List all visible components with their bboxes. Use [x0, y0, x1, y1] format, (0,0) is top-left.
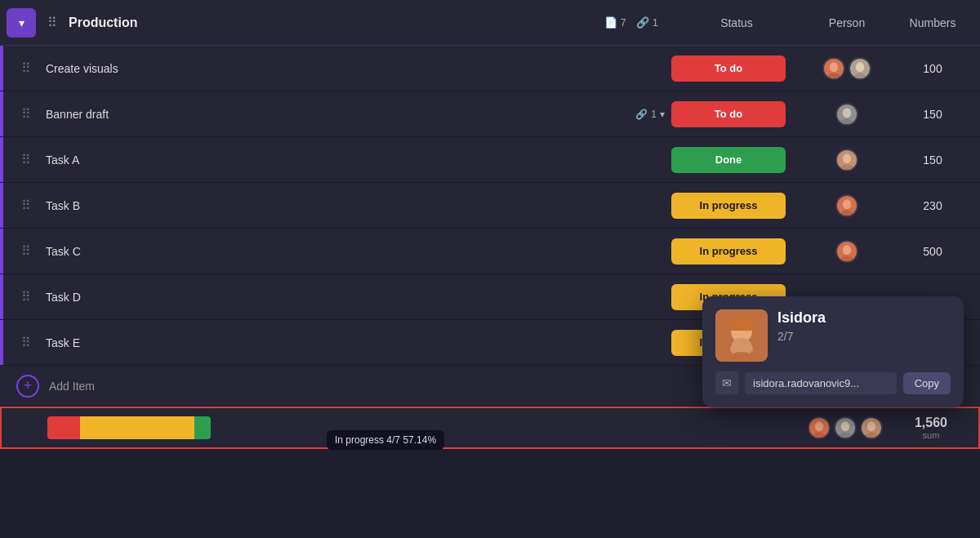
status-cell: To do [671, 56, 802, 82]
svg-point-25 [867, 421, 875, 431]
col-header-status: Status [671, 16, 802, 29]
progress-segment-red [47, 416, 80, 439]
status-badge[interactable]: Done [671, 147, 786, 173]
avatar[interactable] [808, 416, 831, 439]
tooltip-header: Isidora 2/7 [715, 309, 951, 362]
avatar[interactable] [834, 416, 857, 439]
person-cell [802, 149, 892, 171]
avatar[interactable] [849, 57, 871, 80]
person-cell [802, 240, 892, 263]
header-row: ▾ ⠿ Production 📄 7 🔗 1 Status Person Num… [0, 0, 980, 46]
row-accent [0, 274, 3, 319]
svg-point-13 [843, 199, 851, 209]
task-name: Task E [36, 336, 671, 349]
status-cell: Done [671, 147, 802, 173]
task-name: Task C [36, 245, 671, 258]
avatar[interactable] [835, 240, 858, 263]
row-accent [0, 229, 3, 273]
tooltip-avatar-image [715, 309, 768, 362]
col-header-numbers: Numbers [892, 16, 973, 29]
summary-total-cell: 1,560 sum [890, 416, 972, 440]
drag-handle[interactable]: ⠿ [16, 152, 36, 167]
task-name: Task B [36, 199, 671, 212]
row-accent [0, 183, 3, 228]
status-cell: In progress [671, 193, 802, 219]
row-accent [0, 46, 3, 91]
summary-total: 1,560 [890, 416, 972, 430]
svg-point-10 [843, 153, 851, 163]
task-name: Create visuals [36, 62, 671, 75]
task-name: Task D [36, 291, 671, 304]
copy-button[interactable]: Copy [903, 372, 951, 394]
table-row: ⠿ Create visuals To do 100 [0, 46, 980, 91]
status-badge[interactable]: To do [671, 101, 786, 127]
tooltip-avatar [715, 309, 768, 362]
avatar[interactable] [860, 416, 883, 439]
svg-point-16 [843, 245, 851, 255]
group-title: Production [62, 16, 604, 30]
drag-handle[interactable]: ⠿ [42, 15, 62, 30]
number-cell: 230 [892, 199, 973, 212]
subtask-indicator[interactable]: 🔗1▾ [635, 109, 665, 120]
tooltip-name: Isidora [777, 309, 826, 327]
drag-handle[interactable]: ⠿ [16, 60, 36, 76]
table-row: ⠿ Task B In progress 230 [0, 183, 980, 229]
tooltip-email-row: ✉ isidora.radovanovic9... Copy [715, 371, 951, 394]
person-cell [802, 194, 892, 217]
drag-handle[interactable]: ⠿ [16, 198, 36, 213]
header-meta: 📄 7 🔗 1 [604, 16, 658, 29]
drag-handle[interactable]: ⠿ [16, 106, 36, 122]
progress-segment-green [194, 416, 211, 439]
svg-point-7 [843, 108, 851, 118]
number-cell: 500 [892, 245, 973, 258]
email-value: isidora.radovanovic9... [745, 372, 897, 394]
table-row: ⠿ Banner draft 🔗1▾ To do 150 [0, 91, 980, 137]
row-accent [0, 137, 3, 182]
summary-label: sum [890, 430, 972, 440]
subtask-icon: 🔗 [636, 16, 649, 29]
col-header-person: Person [802, 16, 892, 29]
add-item-icon: + [16, 375, 39, 398]
tooltip-tasks: 2/7 [777, 330, 826, 343]
drag-handle[interactable]: ⠿ [16, 243, 36, 259]
number-cell: 100 [892, 62, 973, 75]
status-badge[interactable]: In progress [671, 193, 786, 219]
svg-point-4 [856, 62, 864, 72]
person-cell [802, 57, 892, 80]
status-cell: In progress [671, 238, 802, 265]
add-item-label: Add Item [39, 380, 95, 393]
file-icon: 📄 [604, 16, 617, 29]
avatar[interactable] [835, 149, 858, 171]
file-count: 📄 7 [604, 16, 626, 29]
avatar[interactable] [835, 103, 858, 126]
app-container: ▾ ⠿ Production 📄 7 🔗 1 Status Person Num… [0, 0, 980, 538]
table-row: ⠿ Task C In progress 500 [0, 229, 980, 274]
summary-row: 1,560 sum [0, 407, 980, 449]
status-cell: To do [671, 101, 802, 127]
person-cell [802, 103, 892, 126]
drag-handle[interactable]: ⠿ [16, 335, 36, 350]
table-row: ⠿ Task A Done 150 [0, 137, 980, 183]
drag-handle[interactable]: ⠿ [16, 289, 36, 305]
user-tooltip-popup: Isidora 2/7 ✉ isidora.radovanovic9... Co… [702, 296, 964, 407]
row-accent [0, 91, 3, 136]
status-badge[interactable]: To do [671, 56, 786, 82]
row-accent [0, 320, 3, 365]
task-name: Task A [36, 153, 671, 167]
summary-persons [800, 416, 890, 439]
progress-segment-yellow [80, 416, 194, 439]
svg-point-22 [841, 421, 849, 431]
number-cell: 150 [892, 153, 973, 167]
svg-point-1 [830, 62, 838, 72]
tooltip-info: Isidora 2/7 [777, 309, 826, 343]
status-tooltip: In progress 4/7 57.14% [327, 430, 444, 450]
status-badge[interactable]: In progress [671, 238, 786, 265]
avatar[interactable] [835, 194, 858, 217]
task-name: Banner draft [36, 108, 635, 121]
number-cell: 150 [892, 108, 973, 121]
avatar[interactable] [822, 57, 845, 80]
subtask-count: 🔗 1 [636, 16, 658, 29]
progress-bar [47, 416, 211, 439]
group-toggle-button[interactable]: ▾ [7, 8, 36, 38]
email-icon: ✉ [715, 371, 738, 394]
